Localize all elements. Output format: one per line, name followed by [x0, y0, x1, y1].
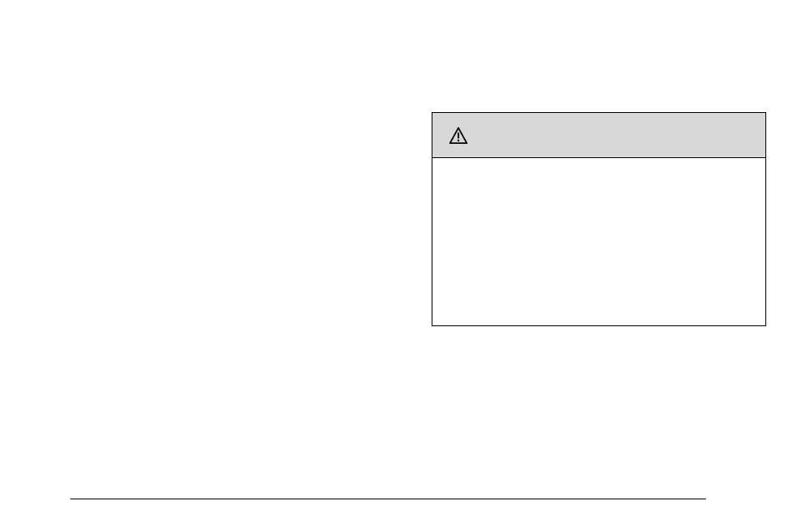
- warning-triangle-icon: [449, 127, 468, 144]
- warning-header: [432, 113, 765, 158]
- warning-body: [432, 158, 765, 325]
- horizontal-divider: [70, 499, 706, 499]
- svg-point-1: [458, 139, 459, 141]
- warning-box: [432, 112, 766, 326]
